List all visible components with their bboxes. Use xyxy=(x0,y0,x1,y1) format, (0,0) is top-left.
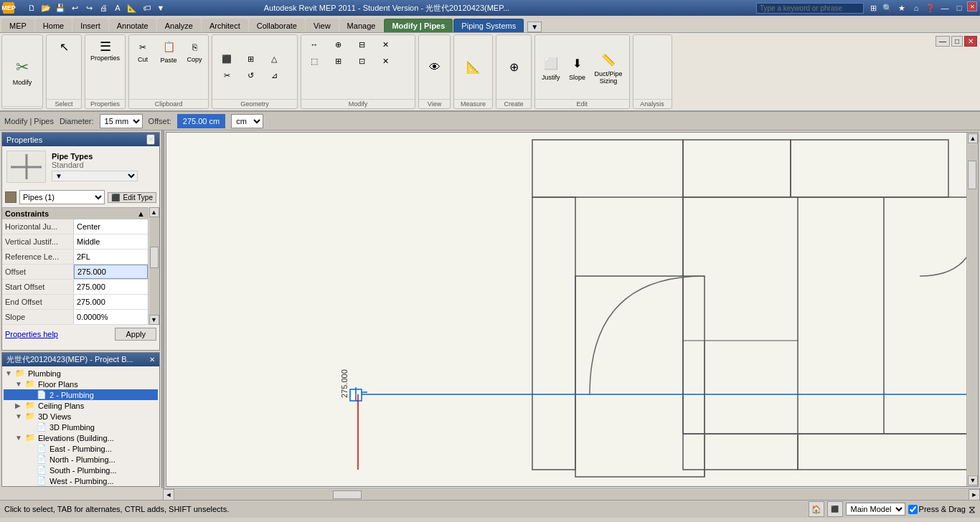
tab-mep[interactable]: MEP xyxy=(1,19,34,32)
project-browser-close-button[interactable]: ✕ xyxy=(149,356,155,364)
tree-item-north[interactable]: ▶ 📄 North - Plumbing... xyxy=(4,454,158,465)
qa-a-button[interactable]: A xyxy=(111,1,124,14)
tab-analyze[interactable]: Analyze xyxy=(157,19,201,32)
mod-btn8[interactable]: ✕ xyxy=(374,53,397,69)
toolbar-close-button[interactable]: ✕ xyxy=(967,1,977,11)
cut-btn[interactable]: ✂ Cut xyxy=(131,37,155,65)
toolbar-icon4[interactable]: ⌂ xyxy=(910,1,923,14)
status-icon2[interactable]: ⬛ xyxy=(827,501,843,517)
tree-item-floor-plans[interactable]: ▼ 📁 Floor Plans xyxy=(4,379,158,389)
tree-item-elevations[interactable]: ▼ 📁 Elevations (Building... xyxy=(4,432,158,443)
qa-tag-button[interactable]: 🏷 xyxy=(140,1,153,14)
qa-open-button[interactable]: 📂 xyxy=(39,1,52,14)
modify-button[interactable]: ✂ Modify xyxy=(6,53,38,89)
tab-architect[interactable]: Architect xyxy=(202,19,248,32)
tab-collaborate[interactable]: Collaborate xyxy=(249,19,305,32)
geom-btn3[interactable]: △ xyxy=(263,51,286,67)
prop-value-horizontal[interactable]: Center xyxy=(74,219,148,234)
edit-type-button[interactable]: ⬛ Edit Type xyxy=(108,192,156,203)
mod-btn2[interactable]: ⊕ xyxy=(326,37,349,52)
justify-btn[interactable]: ⬜ Justify xyxy=(538,52,564,83)
geom-btn2[interactable]: ⊞ xyxy=(239,51,262,67)
properties-close-button[interactable]: ✕ xyxy=(146,134,155,145)
tab-piping-systems[interactable]: Piping Systems xyxy=(453,19,524,32)
tree-item-2-plumbing[interactable]: ▶ 📄 2 - Plumbing xyxy=(4,389,158,400)
element-type-dropdown[interactable]: Pipes (1) xyxy=(19,190,105,204)
view-btn[interactable]: 👁 xyxy=(423,55,447,80)
tree-item-east[interactable]: ▶ 📄 East - Plumbing... xyxy=(4,443,158,454)
mod-btn1[interactable]: ↔ xyxy=(303,37,326,52)
tab-modify-pipes[interactable]: Modify | Pipes xyxy=(384,19,453,32)
tab-manage[interactable]: Manage xyxy=(339,19,384,32)
search-box[interactable] xyxy=(756,3,864,14)
tree-item-ceiling-plans[interactable]: ▶ 📁 Ceiling Plans xyxy=(4,400,158,411)
mod-btn3[interactable]: ⊟ xyxy=(350,37,373,52)
toolbar-icon5[interactable]: ❓ xyxy=(924,1,937,14)
prop-value-end-offset[interactable]: 275.000 xyxy=(74,295,148,309)
qa-measure-button[interactable]: 📐 xyxy=(126,1,138,14)
geom-btn6[interactable]: ⊿ xyxy=(263,67,286,83)
tab-insert[interactable]: Insert xyxy=(72,19,108,32)
scroll-up-btn[interactable]: ▲ xyxy=(149,207,159,217)
apply-button[interactable]: Apply xyxy=(115,328,156,341)
ribbon-min-btn[interactable]: — xyxy=(936,36,950,47)
qa-print-button[interactable]: 🖨 xyxy=(97,1,110,14)
offset-unit-select[interactable]: cm mm xyxy=(231,114,263,128)
prop-value-slope[interactable]: 0.0000% xyxy=(74,310,148,324)
mod-btn5[interactable]: ⬚ xyxy=(303,53,326,69)
tree-item-plumbing[interactable]: ▼ 📁 Plumbing xyxy=(4,368,158,379)
geom-btn4[interactable]: ✂ xyxy=(215,67,238,83)
geom-btn1[interactable]: ⬛ xyxy=(215,51,238,67)
model-select[interactable]: Main Model xyxy=(846,503,905,516)
prop-value-start-offset[interactable]: 275.000 xyxy=(74,280,148,294)
tree-toggle-plumbing[interactable]: ▼ xyxy=(5,369,15,377)
tree-toggle-ceiling-plans[interactable]: ▶ xyxy=(15,402,25,409)
tree-item-west[interactable]: ▶ 📄 West - Plumbing... xyxy=(4,475,158,486)
prop-value-offset[interactable]: 275.000 xyxy=(74,265,148,279)
properties-help-link[interactable]: Properties help xyxy=(5,330,58,338)
qa-save-button[interactable]: 💾 xyxy=(54,1,67,14)
vertical-divider[interactable] xyxy=(161,130,164,488)
tab-view[interactable]: View xyxy=(306,19,339,32)
create-btn[interactable]: ⊕ xyxy=(501,55,526,80)
drawing-vscrollbar[interactable]: ▲ ▼ xyxy=(966,133,978,486)
constraints-header[interactable]: Constraints ▲ xyxy=(2,207,148,219)
mod-btn6[interactable]: ⊞ xyxy=(326,53,349,69)
drawing-scroll-down[interactable]: ▼ xyxy=(968,475,978,485)
toolbar-icon2[interactable]: 🔍 xyxy=(881,1,894,14)
copy-btn[interactable]: ⎘ Copy xyxy=(182,37,207,65)
duct-pipe-sizing-btn[interactable]: 📏 Duct/Pipe Sizing xyxy=(591,48,626,87)
tree-item-3d-views[interactable]: ▼ 📁 3D Views xyxy=(4,411,158,422)
qa-new-button[interactable]: 🗋 xyxy=(25,1,38,14)
prop-value-vertical[interactable]: Middle xyxy=(74,234,148,249)
ribbon-close-btn[interactable]: ✕ xyxy=(964,36,977,47)
drawing-area[interactable]: 275.000 ▲ ▼ xyxy=(166,132,979,487)
mod-btn4[interactable]: ✕ xyxy=(374,37,397,52)
properties-btn[interactable]: ☰ Properties xyxy=(88,37,122,64)
properties-scrollbar[interactable]: ▲ ▼ xyxy=(148,207,159,325)
scroll-thumb[interactable] xyxy=(150,247,159,268)
prop-value-reference[interactable]: 2FL xyxy=(74,250,148,264)
slope-btn[interactable]: ⬇ Slope xyxy=(565,52,590,83)
tree-toggle-floor-plans[interactable]: ▼ xyxy=(15,380,25,388)
drawing-scroll-up[interactable]: ▲ xyxy=(968,133,978,143)
ribbon-restore-btn[interactable]: □ xyxy=(951,36,963,47)
tree-toggle-elevations[interactable]: ▼ xyxy=(15,434,25,442)
paste-btn[interactable]: 📋 xyxy=(156,37,181,57)
geom-btn5[interactable]: ↺ xyxy=(239,67,262,83)
qa-redo-button[interactable]: ↪ xyxy=(83,1,95,14)
tree-item-south[interactable]: ▶ 📄 South - Plumbing... xyxy=(4,465,158,475)
tree-item-3d-plumbing[interactable]: ▶ 📄 3D Plumbing xyxy=(4,422,158,432)
scroll-down-btn[interactable]: ▼ xyxy=(149,315,159,325)
diameter-select[interactable]: 15 mm 20 mm 25 mm xyxy=(100,114,143,128)
qa-dropdown-button[interactable]: ▼ xyxy=(154,1,167,14)
qa-undo-button[interactable]: ↩ xyxy=(68,1,81,14)
measure-btn[interactable]: 📐 xyxy=(461,55,486,80)
mod-btn7[interactable]: ⊡ xyxy=(350,53,373,69)
tree-toggle-3d-views[interactable]: ▼ xyxy=(15,412,25,420)
hscroll-left-btn[interactable]: ◄ xyxy=(163,489,174,500)
drawing-vscroll-thumb[interactable] xyxy=(968,161,976,189)
context-menu-btn[interactable]: ▼ xyxy=(527,22,542,32)
hscroll-thumb[interactable] xyxy=(333,490,362,499)
hscroll-right-btn[interactable]: ► xyxy=(969,489,980,500)
